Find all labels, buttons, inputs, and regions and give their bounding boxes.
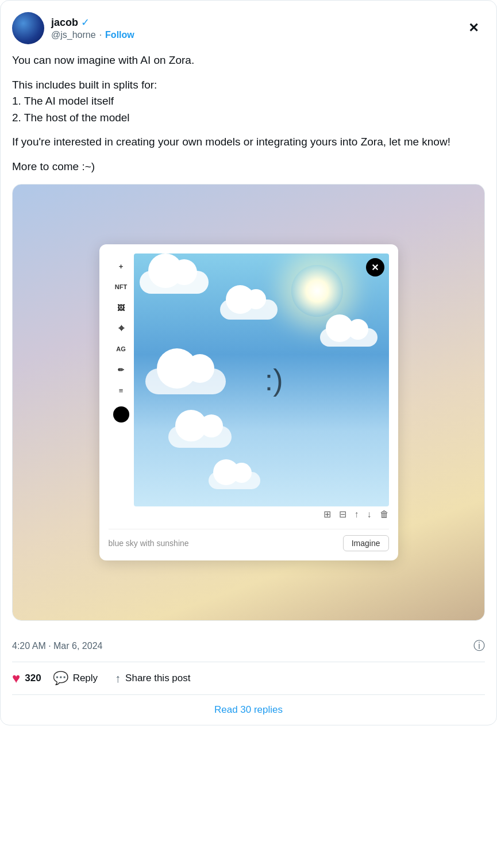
zora-toolbar: + NFT 🖼 ⌖ AG ✏ ≡ — [109, 254, 134, 522]
info-icon[interactable]: ⓘ — [473, 638, 485, 654]
close-button[interactable]: ✕ — [462, 17, 485, 40]
cloud-5 — [209, 472, 260, 489]
action-icon-1[interactable]: ⊞ — [323, 509, 331, 520]
tweet-line-1: You can now imagine with AI on Zora. — [12, 52, 485, 69]
user-handle-row: @js_horne · Follow — [51, 30, 134, 40]
zora-panel[interactable]: + NFT 🖼 ⌖ AG ✏ ≡ — [99, 244, 398, 560]
likes-count: 320 — [25, 673, 41, 684]
tweet-stats: ♥ 320 💬 Reply ↑ Share this post — [12, 662, 485, 695]
reply-icon: 💬 — [53, 671, 68, 686]
tweet-footer: 4:20 AM · Mar 6, 2024 ⓘ ♥ 320 💬 Reply ↑ … — [12, 630, 485, 725]
prompt-text: blue sky with sunshine — [109, 539, 189, 548]
action-icon-3[interactable]: ↑ — [355, 509, 359, 520]
canvas-close-icon: ✕ — [371, 262, 379, 273]
prompt-bar: blue sky with sunshine Imagine — [109, 529, 389, 551]
canvas-close-button[interactable]: ✕ — [366, 258, 384, 276]
tweet-timestamp: 4:20 AM · Mar 6, 2024 ⓘ — [12, 630, 485, 662]
canvas-container: :) ✕ ⊞ ⊟ ↑ ↓ 🗑 — [134, 254, 389, 522]
toolbar-crop[interactable]: ⌖ — [113, 320, 130, 336]
like-stat[interactable]: ♥ 320 — [12, 670, 41, 686]
cloud-2 — [220, 299, 278, 320]
cloud-4 — [168, 426, 232, 448]
zora-canvas: :) ✕ — [134, 254, 389, 506]
action-icon-5[interactable]: 🗑 — [380, 509, 389, 520]
toolbar-ag[interactable]: AG — [113, 341, 130, 357]
cloud-1 — [140, 271, 209, 294]
share-label: Share this post — [125, 673, 190, 684]
heart-icon: ♥ — [12, 670, 20, 686]
tweet-line-4: More to come :~) — [12, 159, 485, 175]
toolbar-brush[interactable]: ✏ — [113, 362, 130, 378]
tweet-line-3: If you're interested in creating your ow… — [12, 134, 485, 151]
tweet-line-2: This includes built in splits for: 1. Th… — [12, 77, 485, 126]
action-icon-4[interactable]: ↓ — [367, 509, 372, 520]
cloud-6 — [320, 328, 377, 347]
smiley-overlay: :) — [265, 363, 283, 397]
toolbar-nft[interactable]: NFT — [113, 279, 130, 295]
avatar[interactable] — [12, 12, 44, 44]
user-name-row: jacob ✓ — [51, 16, 134, 29]
x-icon: ✕ — [468, 21, 479, 36]
separator: · — [99, 30, 102, 40]
tweet-body: You can now imagine with AI on Zora. Thi… — [12, 52, 485, 175]
toolbar-add[interactable]: + — [113, 258, 130, 274]
reply-stat[interactable]: 💬 Reply — [53, 671, 98, 686]
timestamp-text: 4:20 AM · Mar 6, 2024 — [12, 641, 102, 651]
canvas-sky: :) — [134, 254, 389, 506]
zora-editor: + NFT 🖼 ⌖ AG ✏ ≡ — [109, 254, 389, 522]
toolbar-image[interactable]: 🖼 — [113, 299, 130, 316]
cloud-3 — [145, 368, 226, 394]
user-details: jacob ✓ @js_horne · Follow — [51, 16, 134, 40]
action-icon-2[interactable]: ⊟ — [339, 509, 346, 520]
imagine-button[interactable]: Imagine — [343, 535, 389, 551]
tweet-card: jacob ✓ @js_horne · Follow ✕ You can now… — [0, 0, 497, 725]
share-icon: ↑ — [115, 672, 121, 685]
toolbar-menu[interactable]: ≡ — [113, 382, 130, 398]
follow-button[interactable]: Follow — [105, 30, 134, 40]
toolbar-color[interactable] — [113, 406, 129, 423]
user-handle: @js_horne — [51, 30, 96, 40]
sun-glow — [291, 265, 343, 317]
user-info-section: jacob ✓ @js_horne · Follow — [12, 12, 134, 44]
reply-label: Reply — [73, 673, 98, 684]
user-name: jacob — [51, 17, 78, 29]
action-bar: ⊞ ⊟ ↑ ↓ 🗑 — [134, 506, 389, 522]
tweet-image: + NFT 🖼 ⌖ AG ✏ ≡ — [12, 184, 485, 621]
tweet-header: jacob ✓ @js_horne · Follow ✕ — [12, 12, 485, 44]
share-stat[interactable]: ↑ Share this post — [115, 672, 190, 685]
verified-icon: ✓ — [81, 16, 90, 29]
image-background: + NFT 🖼 ⌖ AG ✏ ≡ — [13, 185, 484, 620]
read-replies-button[interactable]: Read 30 replies — [12, 695, 485, 725]
